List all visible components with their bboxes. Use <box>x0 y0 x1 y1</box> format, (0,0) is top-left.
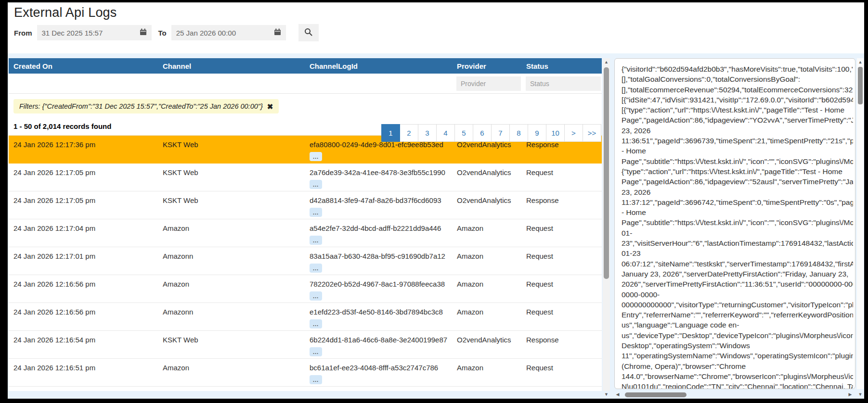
cell-status: Request <box>521 359 602 386</box>
row-expander-button[interactable]: ... <box>310 264 322 273</box>
log-json-line: 11","operatingSystemName":"Windows","ope… <box>622 351 853 361</box>
table-row[interactable]: 24 Jan 2026 12:16:56 pmAmazon782202e0-b5… <box>9 275 602 303</box>
cell-created-on: 24 Jan 2026 12:16:54 pm <box>9 331 158 358</box>
table-row[interactable]: 24 Jan 2026 12:16:54 pmKSKT Web6b224dd1-… <box>9 331 602 359</box>
scroll-right-icon[interactable]: ▶ <box>847 390 854 398</box>
cell-provider: Amazon <box>452 275 521 302</box>
table-row[interactable]: 24 Jan 2026 12:17:01 pmAmazonn83a15aa7-b… <box>9 247 602 275</box>
row-expander-button[interactable]: ... <box>310 208 322 217</box>
log-json-line: 01- <box>622 228 853 238</box>
cell-channel: Amazon <box>158 219 305 247</box>
table-row[interactable]: 24 Jan 2026 12:17:05 pmKSKT Webd42a8814-… <box>9 191 602 219</box>
cell-channel-log-id: 93835b9c-720b-400d-8b11-b224549e7306... <box>305 387 452 391</box>
from-date-field <box>37 25 152 40</box>
calendar-icon <box>140 28 147 37</box>
log-json-line: 01-23 <box>622 248 853 258</box>
log-json-line: - Home <box>622 207 853 217</box>
panel-vertical-scrollbar[interactable]: ▲ <box>857 58 864 389</box>
channel-log-id-value: 2a76de39-342a-41ee-8478-3e3fb55c1990 <box>310 168 445 176</box>
log-detail-panel[interactable]: {"visitorId":"b602d594afd2b0b3","hasMore… <box>614 58 855 389</box>
cell-provider: Amazon <box>452 219 521 247</box>
row-expander-button[interactable]: ... <box>310 291 322 301</box>
scroll-up-icon[interactable]: ▲ <box>603 58 610 66</box>
pagination-item-7[interactable]: 7 <box>491 124 510 142</box>
table-row[interactable]: 24 Jan 2026 12:16:56 pmAmazonne1efd223-d… <box>9 303 602 331</box>
cell-channel: KSKT Web <box>158 331 305 358</box>
column-header-status[interactable]: Status <box>521 62 602 70</box>
clear-filters-icon[interactable]: ✖ <box>267 103 273 110</box>
pagination-item-9[interactable]: 9 <box>528 124 546 142</box>
panel-horizontal-scrollbar-thumb[interactable] <box>625 392 687 397</box>
row-expander-button[interactable]: ... <box>310 152 322 161</box>
active-filters-row: Filters: {"CreatedFrom":"31 Dec 2025 15:… <box>9 94 602 116</box>
channel-log-id-value: a54e2fe7-32dd-4bcd-adff-b2221dd9a446 <box>310 224 441 232</box>
cell-created-on: 24 Jan 2026 12:17:01 pm <box>9 247 158 275</box>
active-filters-text: Filters: {"CreatedFrom":"31 Dec 2025 15:… <box>19 102 263 110</box>
scroll-up-icon[interactable]: ▲ <box>857 58 864 66</box>
table-row[interactable]: 24 Jan 2026 12:17:04 pmAmazona54e2fe7-32… <box>9 219 602 247</box>
from-date-input[interactable] <box>37 29 135 37</box>
from-calendar-button[interactable] <box>135 25 152 40</box>
from-label: From <box>14 29 32 37</box>
status-filter-input[interactable] <box>526 76 601 91</box>
search-button[interactable] <box>298 24 319 41</box>
pagination-item-4[interactable]: 4 <box>436 124 455 142</box>
cell-created-on: 24 Jan 2026 12:16:51 pm <box>9 387 158 391</box>
table-vertical-scrollbar[interactable]: ▲ <box>603 58 610 391</box>
cell-created-on: 24 Jan 2026 12:16:51 pm <box>9 359 158 386</box>
cell-status: Response <box>521 331 602 358</box>
table-row[interactable]: 24 Jan 2026 12:16:51 pmAmazonn93835b9c-7… <box>9 387 602 391</box>
log-json-line: Page","subtitle":"https:\/\/test.kskt.in… <box>622 156 853 166</box>
row-expander-button[interactable]: ... <box>310 236 322 245</box>
cell-status: Request <box>521 247 602 275</box>
pagination-item-1[interactable]: 1 <box>381 124 400 142</box>
row-expander-button[interactable]: ... <box>310 319 322 328</box>
column-header-channel[interactable]: Channel <box>158 62 305 70</box>
log-json-line: 000000000000","visitorType":"returningCu… <box>622 300 853 310</box>
row-expander-button[interactable]: ... <box>310 347 322 356</box>
table-rows: 24 Jan 2026 12:17:36 pmKSKT Webefa80800-… <box>9 136 602 391</box>
table-scrollbar-thumb[interactable] <box>604 67 609 279</box>
table-row[interactable]: 24 Jan 2026 12:17:05 pmKSKT Web2a76de39-… <box>9 164 602 191</box>
pagination-item-5[interactable]: 5 <box>454 124 473 142</box>
log-json-line: 11:37:12","pageId":3696742,"timeSpent":0… <box>622 197 853 207</box>
column-header-channellogid[interactable]: ChannelLogId <box>305 62 452 70</box>
row-expander-button[interactable]: ... <box>310 180 322 189</box>
log-json-line: Desktop","operatingSystem":"Windows <box>622 340 853 351</box>
pagination-item-2[interactable]: 2 <box>400 124 418 142</box>
column-header-created-on[interactable]: Created On <box>9 62 158 70</box>
log-json-line: Page","pageIdAction":86,"idpageview":"YO… <box>622 115 853 125</box>
row-expander-button[interactable]: ... <box>310 375 322 384</box>
to-calendar-button[interactable] <box>270 25 286 40</box>
table-row[interactable]: 24 Jan 2026 12:16:51 pmAmazonbc61a1ef-ee… <box>9 359 602 387</box>
date-filter-bar: From To <box>14 24 319 41</box>
cell-status: Request <box>521 219 602 247</box>
cell-channel: Amazonn <box>158 387 305 391</box>
cell-created-on: 24 Jan 2026 12:17:05 pm <box>9 191 158 219</box>
cell-channel-log-id: d42a8814-3fe9-47af-8a26-bd37f6cd6093... <box>305 191 452 219</box>
search-icon <box>304 28 312 38</box>
cell-created-on: 24 Jan 2026 12:16:56 pm <box>9 303 158 330</box>
to-date-input[interactable] <box>171 29 270 37</box>
log-json-line: 23, 2026 <box>622 187 853 197</box>
cell-channel-log-id: 782202e0-b52d-4967-8ac1-97088feeca38... <box>305 275 452 302</box>
pagination-item-3[interactable]: 3 <box>418 124 437 142</box>
log-json-line: N\u0101du","regionCode":"TN","city":"Che… <box>622 381 853 389</box>
log-json-line: us","deviceType":"Desktop","deviceTypeIc… <box>622 330 853 340</box>
pagination-item-8[interactable]: 8 <box>509 124 528 142</box>
scroll-left-icon[interactable]: ◀ <box>614 390 621 398</box>
provider-filter-input[interactable] <box>456 76 521 91</box>
pagination-item-6[interactable]: 6 <box>473 124 492 142</box>
column-header-provider[interactable]: Provider <box>452 62 521 70</box>
log-json-line: [{"type":"action","url":"https:\/\/test.… <box>622 105 853 115</box>
channel-log-id-value: e1efd223-d53f-4e50-8146-3bd7894bc3c8 <box>310 308 443 316</box>
channel-log-id-value: bc61a1ef-ee23-4048-8fff-a53c2747c786 <box>310 364 438 372</box>
pagination-item-10[interactable]: 10 <box>546 124 565 142</box>
scroll-down-icon[interactable]: ▼ <box>603 390 610 398</box>
scroll-down-icon[interactable]: ▼ <box>857 390 864 398</box>
cell-channel-log-id: a54e2fe7-32dd-4bcd-adff-b2221dd9a446... <box>305 219 452 247</box>
pagination-item->>[interactable]: >> <box>583 124 601 142</box>
cell-channel-log-id: 83a15aa7-b630-428a-bf95-c91690db7a12... <box>305 247 452 275</box>
pagination-item->[interactable]: > <box>564 124 583 142</box>
panel-scrollbar-thumb[interactable] <box>858 67 863 104</box>
